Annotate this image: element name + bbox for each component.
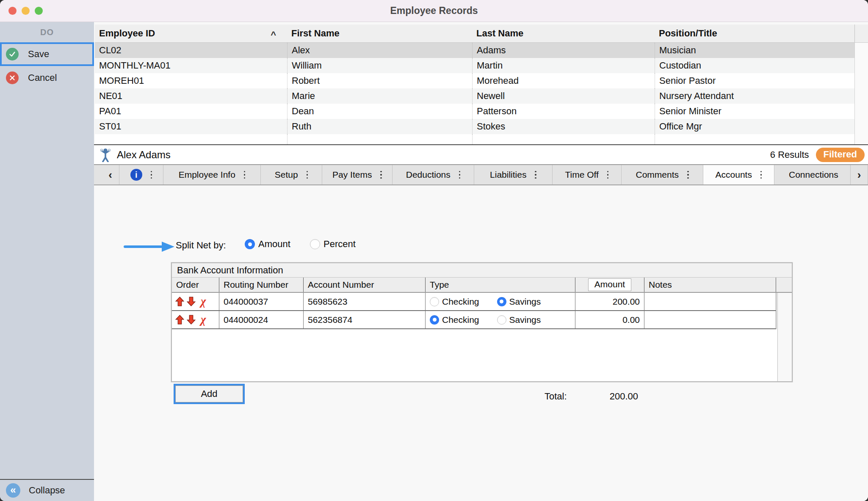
tabs-scroll-left-button[interactable]: ‹ — [102, 165, 119, 184]
radio-option-amount[interactable]: Amount — [245, 239, 290, 250]
tab-accounts[interactable]: Accounts — [703, 165, 774, 184]
save-button[interactable]: Save — [0, 42, 94, 66]
info-icon: i — [130, 169, 142, 181]
account-number-field[interactable]: 56985623 — [304, 293, 426, 311]
zoom-window-button[interactable] — [35, 7, 43, 15]
routing-number-field[interactable]: 044000024 — [219, 311, 304, 329]
bank-account-row: χ 044000037 56985623 Checking Savings — [172, 293, 792, 311]
delete-row-icon[interactable]: χ — [201, 296, 206, 307]
tab-menu-icon[interactable] — [459, 171, 461, 179]
cancel-button[interactable]: Cancel — [0, 66, 94, 90]
radio-option-savings[interactable]: Savings — [497, 315, 541, 325]
tabs-scroll-right-button[interactable]: › — [850, 165, 868, 184]
notes-field[interactable] — [644, 311, 776, 329]
cancel-button-label: Cancel — [28, 72, 57, 83]
column-header-amount[interactable]: Amount — [575, 278, 644, 292]
radio-option-checking[interactable]: Checking — [430, 315, 479, 325]
tab-menu-icon[interactable] — [687, 171, 689, 179]
tab-employee-info[interactable]: Employee Info — [163, 165, 261, 184]
column-header-first-name[interactable]: First Name — [287, 25, 472, 42]
filtered-badge[interactable]: Filtered — [816, 148, 865, 162]
bank-account-row: χ 044000024 562356874 Checking Savings — [172, 311, 792, 329]
column-header-account: Account Number — [304, 278, 426, 292]
close-window-button[interactable] — [8, 7, 17, 15]
radio-checking[interactable] — [430, 297, 439, 306]
radio-percent[interactable] — [310, 239, 320, 249]
employee-table: Employee ID ^ First Name Last Name Posit… — [95, 25, 868, 144]
tab-pay-items[interactable]: Pay Items — [322, 165, 393, 184]
column-header-type: Type — [426, 278, 575, 292]
column-header-last-name[interactable]: Last Name — [472, 25, 655, 42]
annotation-arrow-icon — [124, 241, 175, 253]
add-button-annotation: Add — [174, 384, 245, 404]
column-header-routing: Routing Number — [219, 278, 304, 292]
column-header-position[interactable]: Position/Title — [655, 25, 854, 42]
bank-account-panel: Bank Account Information Order Routing N… — [171, 262, 793, 382]
delete-row-icon[interactable]: χ — [201, 314, 206, 325]
tab-deductions[interactable]: Deductions — [393, 165, 474, 184]
employee-icon — [99, 148, 112, 162]
column-header-employee-id[interactable]: Employee ID ^ — [95, 25, 287, 42]
table-filler-row — [95, 134, 868, 144]
tab-menu-icon[interactable] — [760, 171, 762, 179]
table-row[interactable]: CL02 Alex Adams Musician — [95, 43, 868, 58]
check-icon — [6, 48, 19, 61]
radio-checking[interactable] — [430, 315, 439, 325]
tab-time-off[interactable]: Time Off — [553, 165, 622, 184]
collapse-icon: « — [6, 483, 20, 498]
move-down-icon[interactable] — [187, 297, 196, 306]
table-row[interactable]: PA01 Dean Patterson Senior Minister — [95, 104, 868, 119]
move-up-icon[interactable] — [175, 297, 184, 306]
radio-option-savings[interactable]: Savings — [497, 297, 541, 307]
total-label: Total: — [545, 391, 567, 402]
tab-setup[interactable]: Setup — [261, 165, 322, 184]
move-up-icon[interactable] — [175, 315, 184, 325]
scrollbar-track[interactable] — [777, 293, 792, 381]
radio-option-percent[interactable]: Percent — [310, 239, 356, 250]
routing-number-field[interactable]: 044000037 — [219, 293, 304, 311]
split-net-label: Split Net by: — [176, 240, 226, 251]
save-button-label: Save — [28, 49, 49, 60]
action-sidebar: DO Save Cancel « Collapse — [0, 22, 94, 501]
move-down-icon[interactable] — [187, 315, 196, 325]
scrollbar-track[interactable] — [854, 25, 868, 42]
amount-field[interactable]: 0.00 — [575, 311, 644, 329]
column-header-notes: Notes — [644, 278, 776, 292]
minimize-window-button[interactable] — [22, 7, 30, 15]
bank-panel-title: Bank Account Information — [172, 263, 792, 278]
collapse-label: Collapse — [29, 485, 65, 496]
results-count: 6 Results — [770, 149, 809, 160]
record-bar: Alex Adams 6 Results Filtered — [94, 145, 868, 165]
tab-menu-icon[interactable] — [151, 171, 152, 179]
selected-employee-name: Alex Adams — [117, 149, 171, 161]
add-account-button[interactable]: Add — [175, 385, 243, 402]
tab-comments[interactable]: Comments — [622, 165, 703, 184]
app-window: Employee Records DO Save Cancel « Collap… — [0, 0, 868, 501]
notes-field[interactable] — [644, 293, 776, 311]
bank-table-header: Order Routing Number Account Number Type… — [172, 278, 792, 293]
tab-menu-icon[interactable] — [307, 171, 308, 179]
tab-info[interactable]: i — [119, 165, 163, 184]
radio-savings[interactable] — [497, 297, 506, 306]
total-value: 200.00 — [570, 391, 638, 402]
radio-option-checking[interactable]: Checking — [430, 297, 479, 307]
sidebar-header: DO — [0, 22, 94, 42]
account-number-field[interactable]: 562356874 — [304, 311, 426, 329]
table-row[interactable]: ST01 Ruth Stokes Office Mgr — [95, 119, 868, 134]
radio-savings[interactable] — [497, 315, 506, 325]
amount-field[interactable]: 200.00 — [575, 293, 644, 311]
tab-liabilities[interactable]: Liabilities — [474, 165, 553, 184]
tab-menu-icon[interactable] — [535, 171, 536, 179]
tab-menu-icon[interactable] — [244, 171, 246, 179]
tab-menu-icon[interactable] — [607, 171, 609, 179]
table-row[interactable]: MONTHLY-MA01 William Martin Custodian — [95, 58, 868, 73]
radio-amount[interactable] — [245, 239, 255, 249]
sort-ascending-icon: ^ — [271, 30, 276, 41]
close-icon — [6, 72, 19, 84]
tab-connections[interactable]: Connections — [774, 165, 850, 184]
tab-menu-icon[interactable] — [380, 171, 382, 179]
table-row[interactable]: MOREH01 Robert Morehead Senior Pastor — [95, 73, 868, 88]
table-row[interactable]: NE01 Marie Newell Nursery Attendant — [95, 88, 868, 104]
collapse-sidebar-button[interactable]: « Collapse — [0, 479, 94, 501]
employee-table-header: Employee ID ^ First Name Last Name Posit… — [95, 25, 868, 43]
